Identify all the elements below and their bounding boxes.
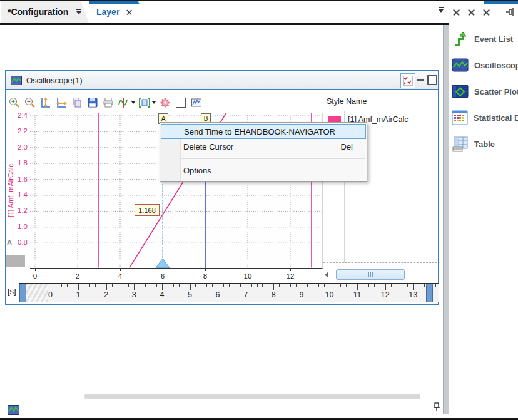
pin-icon[interactable] — [505, 7, 515, 17]
ruler-tick — [89, 284, 90, 287]
ruler-tick — [424, 284, 425, 287]
dropdown-arrow-icon — [131, 101, 135, 104]
y-tick-label: 1.2 — [9, 207, 28, 214]
event-list-icon — [452, 31, 469, 48]
ruler-tick — [206, 284, 207, 287]
blank-box-icon — [175, 96, 187, 109]
app-screen: *Configuration Layer Event List — [0, 0, 518, 420]
ruler-tick — [128, 284, 129, 287]
palette-item-statistical-data[interactable]: Statistical Data — [452, 105, 518, 130]
copy-icon — [71, 96, 83, 109]
ruler-number: 12 — [378, 290, 392, 299]
unpin-icon[interactable] — [432, 402, 441, 412]
ruler-tick — [212, 284, 213, 287]
ruler-tick — [313, 284, 313, 287]
horizontal-scrollbar-thumb[interactable] — [84, 394, 420, 399]
ruler-tick — [156, 284, 157, 287]
ruler-tick — [51, 284, 51, 290]
palette-item-label: Table — [474, 140, 495, 149]
ruler-tick — [73, 284, 73, 287]
context-menu: Send Time to EHANDBOOK-NAVIGATOR Delete … — [160, 122, 367, 182]
y-tick-label: 0.8 — [9, 238, 28, 246]
x-tick-mark — [35, 269, 36, 271]
palette-item-label: Event List — [474, 34, 513, 44]
time-ruler[interactable]: 012345678910111213 — [19, 283, 439, 302]
oscilloscope-view-button[interactable] — [190, 96, 203, 110]
minimize-button[interactable] — [417, 79, 424, 81]
ruler-tick — [363, 284, 363, 287]
ruler-number: 3 — [127, 290, 141, 299]
palette-item-oscilloscope[interactable]: Oscilloscope — [452, 53, 518, 78]
chevron-down-icon[interactable] — [76, 9, 82, 15]
y-axis-scrollbar[interactable] — [6, 255, 25, 267]
signal-cursor-button[interactable] — [117, 96, 135, 110]
palette-item-scatter-plot[interactable]: Scatter Plot — [452, 79, 518, 104]
oscilloscope-statusbar-icon[interactable] — [8, 405, 19, 415]
ruler-left-handle[interactable] — [19, 284, 26, 302]
ruler-tick — [195, 284, 196, 287]
ruler-tick — [357, 284, 358, 290]
x-tick-mark — [205, 269, 206, 271]
zoom-in-button[interactable] — [8, 96, 21, 110]
ruler-tick — [302, 284, 302, 290]
tabbar-separator — [0, 23, 518, 25]
tab-layer-label: Layer — [89, 7, 119, 17]
scroll-left-arrow[interactable] — [325, 272, 328, 278]
ruler-tick — [419, 284, 419, 287]
palette-item-label: Oscilloscope — [474, 61, 518, 70]
palette-item-event-list[interactable]: Event List — [452, 26, 518, 51]
menu-item-send-time[interactable]: Send Time to EHANDBOOK-NAVIGATOR — [161, 124, 366, 139]
ruler-tick — [279, 284, 280, 287]
ruler-tick — [95, 284, 96, 287]
oscilloscope-mini-icon — [11, 76, 22, 85]
ruler-tick — [61, 284, 62, 287]
ruler-tick — [385, 284, 386, 290]
close-icon[interactable] — [126, 9, 132, 15]
ruler-number: 1 — [71, 290, 85, 299]
ruler-tick — [246, 284, 246, 290]
settings-button[interactable] — [158, 96, 171, 110]
fit-x-axis-icon — [55, 96, 68, 109]
marker-list-button[interactable] — [400, 73, 415, 88]
maximize-button[interactable] — [427, 75, 437, 85]
print-button[interactable] — [101, 96, 114, 110]
ruler-tick — [397, 284, 397, 287]
tab-layer[interactable]: Layer — [89, 1, 146, 23]
copy-button[interactable] — [70, 96, 83, 110]
palette-item-table[interactable]: Table — [452, 131, 518, 156]
legend-scrollbar-thumb[interactable] — [336, 269, 405, 280]
legend-style-header: Style — [327, 97, 344, 106]
ruler-tick — [318, 284, 319, 287]
x-tick-mark — [163, 269, 163, 271]
ruler-number: 7 — [239, 290, 253, 299]
x-tick-label: 6 — [155, 272, 170, 280]
zoom-out-button[interactable] — [23, 96, 36, 110]
ruler-tick — [346, 284, 347, 287]
save-button[interactable] — [86, 96, 99, 110]
blank-box-button[interactable] — [174, 96, 187, 110]
signal-layout-button[interactable] — [138, 96, 156, 110]
tab-configuration[interactable]: *Configuration — [1, 1, 89, 23]
fit-y-axis-icon — [39, 96, 52, 109]
ruler-tick — [84, 284, 84, 287]
fit-y-axis-button[interactable] — [39, 96, 52, 110]
menu-item-options[interactable]: Options — [160, 163, 367, 178]
ruler-tick — [185, 284, 185, 287]
red-checks-icon — [403, 76, 413, 86]
ruler-tick — [273, 284, 274, 290]
ruler-tick — [262, 284, 263, 287]
active-tab-indicator — [89, 1, 146, 4]
cursor-value-label: 1.168 — [135, 204, 160, 216]
legend-name-header: Name — [346, 97, 367, 106]
fit-x-axis-button[interactable] — [54, 96, 68, 110]
scatter-plot-icon — [452, 85, 469, 98]
ruler-tick — [296, 284, 297, 287]
ruler-number: 4 — [155, 290, 169, 299]
save-icon — [86, 96, 99, 109]
ruler-tick — [285, 284, 285, 287]
ruler-tick — [78, 284, 79, 290]
vertical-splitter[interactable] — [443, 25, 449, 414]
menu-item-delete-cursor[interactable]: Delete Cursor Del — [160, 139, 367, 154]
window-titlebar[interactable]: Oscilloscope(1) — [6, 71, 438, 89]
x-tick-label: 0 — [28, 272, 43, 280]
